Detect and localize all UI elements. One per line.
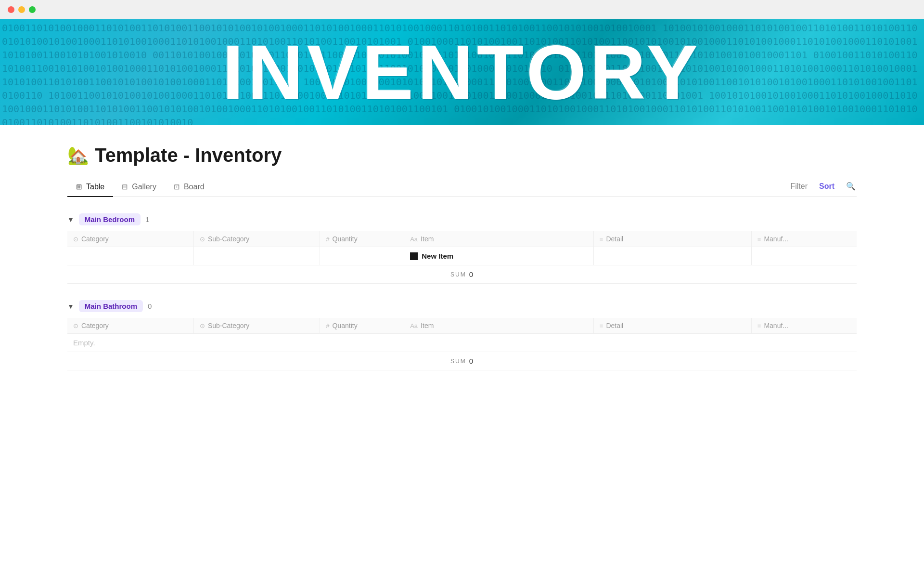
group-chevron-main-bathroom[interactable]: ▼ bbox=[67, 302, 74, 310]
col-header-quantity-1: # Quantity bbox=[320, 231, 404, 247]
col-header-subcategory-2: ⊙ Sub-Category bbox=[193, 318, 320, 334]
gallery-icon: ⊟ bbox=[122, 183, 128, 191]
titlebar bbox=[0, 0, 924, 19]
col-label-detail-2: Detail bbox=[606, 322, 623, 329]
group-count-main-bedroom: 1 bbox=[145, 215, 149, 223]
sum-value-2: 0 bbox=[469, 357, 474, 365]
col-header-subcategory-1: ⊙ Sub-Category bbox=[193, 231, 320, 247]
tab-gallery[interactable]: ⊟ Gallery bbox=[113, 178, 165, 197]
empty-row: Empty. bbox=[67, 334, 857, 352]
cell-category-1-0[interactable] bbox=[67, 247, 193, 265]
col-label-manuf-2: Manuf... bbox=[764, 322, 788, 329]
page-content: 🏡 Template - Inventory ⊞ Table ⊟ Gallery… bbox=[0, 125, 924, 399]
circle-down-icon-4: ⊙ bbox=[200, 322, 205, 329]
page-title: 🏡 Template - Inventory bbox=[67, 144, 857, 166]
col-label-detail-1: Detail bbox=[606, 235, 623, 243]
col-label-quantity-2: Quantity bbox=[333, 322, 358, 329]
group-header-main-bathroom: ▼ Main Bathroom 0 bbox=[67, 297, 857, 315]
circle-down-icon: ⊙ bbox=[73, 236, 78, 243]
lines-icon-2: ≡ bbox=[757, 236, 761, 243]
page-title-emoji: 🏡 bbox=[67, 145, 89, 166]
col-label-item-1: Item bbox=[421, 235, 434, 243]
minimize-button[interactable] bbox=[18, 6, 25, 13]
cell-subcategory-1-0[interactable] bbox=[193, 247, 320, 265]
search-icon: 🔍 bbox=[846, 182, 856, 190]
text-icon: Aa bbox=[410, 236, 418, 243]
group-main-bathroom: ▼ Main Bathroom 0 ⊙ Category ⊙ Sub bbox=[67, 297, 857, 370]
hash-icon-2: # bbox=[326, 322, 329, 329]
new-item-icon bbox=[410, 252, 418, 260]
col-header-item-1: Aa Item bbox=[404, 231, 594, 247]
sum-value-1: 0 bbox=[469, 270, 474, 278]
new-item-label: New Item bbox=[422, 252, 453, 260]
tab-table-label: Table bbox=[86, 183, 104, 191]
hero-title: INVENTORY bbox=[222, 28, 702, 117]
hash-icon: # bbox=[326, 236, 329, 243]
col-label-subcategory-2: Sub-Category bbox=[208, 322, 249, 329]
cell-manuf-1-0[interactable] bbox=[751, 247, 857, 265]
tabs-row: ⊞ Table ⊟ Gallery ⊡ Board Filter Sort 🔍 bbox=[67, 178, 857, 197]
col-header-category-2: ⊙ Category bbox=[67, 318, 193, 334]
group-label-main-bedroom: Main Bedroom bbox=[79, 213, 141, 225]
board-icon: ⊡ bbox=[174, 183, 180, 191]
col-header-category-1: ⊙ Category bbox=[67, 231, 193, 247]
lines-icon-4: ≡ bbox=[757, 322, 761, 329]
col-header-item-2: Aa Item bbox=[404, 318, 594, 334]
group-count-main-bathroom: 0 bbox=[148, 302, 152, 310]
tabs-left: ⊞ Table ⊟ Gallery ⊡ Board bbox=[67, 178, 213, 197]
group-header-main-bedroom: ▼ Main Bedroom 1 bbox=[67, 210, 857, 228]
circle-down-icon-3: ⊙ bbox=[73, 322, 78, 329]
hero-banner: 0100110101001000110101001101010011001010… bbox=[0, 19, 924, 125]
tab-board-label: Board bbox=[184, 183, 205, 191]
maximize-button[interactable] bbox=[29, 6, 36, 13]
page-title-text: Template - Inventory bbox=[95, 144, 282, 166]
sum-row-main-bathroom: SUM 0 bbox=[67, 352, 857, 370]
group-label-main-bathroom: Main Bathroom bbox=[79, 300, 143, 312]
cell-item-1-0[interactable]: New Item bbox=[404, 247, 594, 265]
col-label-subcategory-1: Sub-Category bbox=[208, 235, 249, 243]
col-header-detail-1: ≡ Detail bbox=[593, 231, 751, 247]
table-icon: ⊞ bbox=[76, 183, 82, 191]
table-main-bedroom: ⊙ Category ⊙ Sub-Category # Quanti bbox=[67, 231, 857, 265]
sum-label-1: SUM bbox=[450, 271, 466, 278]
table-main-bathroom: ⊙ Category ⊙ Sub-Category # Quanti bbox=[67, 318, 857, 352]
lines-icon-3: ≡ bbox=[600, 322, 603, 329]
col-label-quantity-1: Quantity bbox=[333, 235, 358, 243]
filter-button[interactable]: Filter bbox=[789, 180, 808, 193]
text-icon-2: Aa bbox=[410, 322, 418, 329]
circle-down-icon-2: ⊙ bbox=[200, 236, 205, 243]
col-header-manuf-1: ≡ Manuf... bbox=[751, 231, 857, 247]
cell-quantity-1-0[interactable] bbox=[320, 247, 404, 265]
tabs-right: Filter Sort 🔍 bbox=[789, 180, 857, 195]
search-button[interactable]: 🔍 bbox=[845, 180, 857, 193]
col-header-manuf-2: ≡ Manuf... bbox=[751, 318, 857, 334]
col-label-category-1: Category bbox=[81, 235, 109, 243]
sum-label-2: SUM bbox=[450, 358, 466, 365]
tab-table[interactable]: ⊞ Table bbox=[67, 178, 113, 197]
tab-board[interactable]: ⊡ Board bbox=[165, 178, 213, 197]
sort-button[interactable]: Sort bbox=[818, 180, 835, 193]
group-main-bedroom: ▼ Main Bedroom 1 ⊙ Category ⊙ Sub- bbox=[67, 210, 857, 284]
table-row: New Item bbox=[67, 247, 857, 265]
close-button[interactable] bbox=[8, 6, 14, 13]
lines-icon: ≡ bbox=[600, 236, 603, 243]
tab-gallery-label: Gallery bbox=[132, 183, 156, 191]
sum-row-main-bedroom: SUM 0 bbox=[67, 265, 857, 284]
empty-cell: Empty. bbox=[67, 334, 857, 352]
col-label-category-2: Category bbox=[81, 322, 109, 329]
col-label-item-2: Item bbox=[421, 322, 434, 329]
col-label-manuf-1: Manuf... bbox=[764, 235, 788, 243]
group-chevron-main-bedroom[interactable]: ▼ bbox=[67, 216, 74, 223]
col-header-detail-2: ≡ Detail bbox=[593, 318, 751, 334]
col-header-quantity-2: # Quantity bbox=[320, 318, 404, 334]
cell-detail-1-0[interactable] bbox=[593, 247, 751, 265]
